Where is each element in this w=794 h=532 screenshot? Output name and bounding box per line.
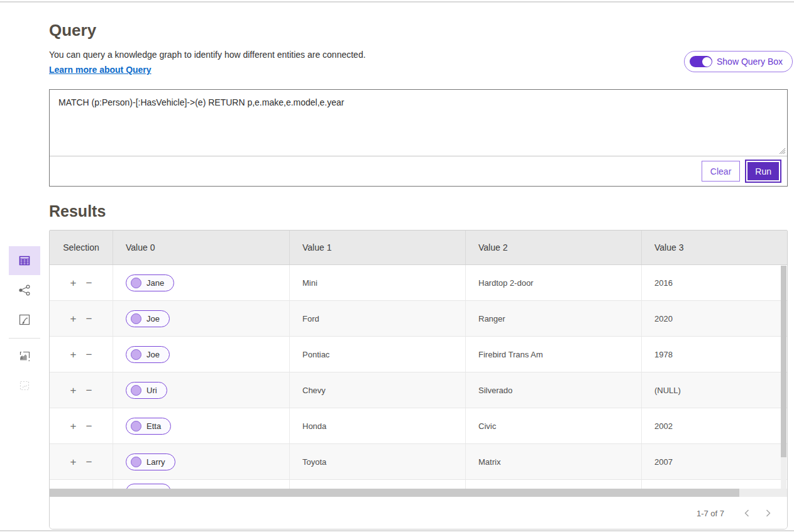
chevron-left-icon bbox=[744, 509, 749, 517]
add-to-map-button[interactable] bbox=[9, 342, 40, 371]
results-title: Results bbox=[49, 202, 106, 220]
table-row: + − Uri Chevy Silverado (NULL) bbox=[50, 372, 787, 408]
cell-value3: (NULL) bbox=[641, 372, 787, 408]
expand-row-button[interactable]: + bbox=[70, 278, 77, 288]
cell-value2: Silverado bbox=[465, 372, 641, 408]
expand-row-button[interactable]: + bbox=[70, 457, 77, 467]
table-row: + − Etta Honda Civic 2002 bbox=[50, 408, 787, 444]
query-actions: Clear Run bbox=[50, 156, 787, 186]
bottom-divider bbox=[0, 530, 794, 531]
toolbar-divider bbox=[9, 338, 40, 339]
expand-row-button[interactable]: + bbox=[70, 385, 77, 396]
expand-row-button[interactable]: + bbox=[70, 349, 77, 360]
results-table-panel: Selection Value 0 Value 1 Value 2 Value … bbox=[49, 230, 788, 529]
toggle-switch-icon[interactable] bbox=[690, 56, 712, 67]
entity-dot-icon bbox=[131, 385, 141, 396]
previous-page-button[interactable] bbox=[741, 507, 753, 519]
cell-value3: 2020 bbox=[641, 301, 787, 336]
page-description: You can query a knowledge graph to ident… bbox=[49, 50, 366, 60]
collapse-row-button[interactable]: − bbox=[86, 421, 92, 432]
clear-button[interactable]: Clear bbox=[702, 161, 740, 182]
cell-value1: Toyota bbox=[289, 444, 465, 479]
cell-value2: Firebird Trans Am bbox=[465, 337, 641, 372]
entity-pill[interactable]: Joe bbox=[126, 310, 170, 327]
collapse-row-button[interactable]: − bbox=[86, 313, 92, 324]
cell-value1: Honda bbox=[289, 408, 465, 443]
toggle-label: Show Query Box bbox=[717, 57, 783, 67]
entity-label: Joe bbox=[146, 314, 160, 323]
table-row: + − Joe Ford Ranger 2020 bbox=[50, 301, 787, 337]
map-icon bbox=[18, 313, 31, 327]
chevron-right-icon bbox=[766, 509, 771, 517]
table-header-row: Selection Value 0 Value 1 Value 2 Value … bbox=[50, 231, 787, 265]
toggle-knob bbox=[702, 57, 712, 67]
entity-label: Joe bbox=[146, 350, 160, 359]
next-page-button[interactable] bbox=[762, 507, 775, 519]
link-chart-icon bbox=[18, 283, 31, 297]
cell-value2: Hardtop 2-door bbox=[465, 265, 641, 300]
query-input[interactable]: MATCH (p:Person)-[:HasVehicle]->(e) RETU… bbox=[50, 90, 787, 156]
entity-pill[interactable] bbox=[126, 484, 171, 489]
vertical-scrollbar-thumb[interactable] bbox=[781, 266, 786, 457]
entity-label: Uri bbox=[146, 386, 157, 395]
entity-dot-icon bbox=[131, 457, 141, 467]
collapse-row-button[interactable]: − bbox=[86, 457, 92, 467]
expand-row-button[interactable]: + bbox=[70, 421, 77, 432]
new-map-icon bbox=[18, 379, 31, 393]
view-toolbar bbox=[9, 246, 40, 401]
entity-dot-icon bbox=[131, 313, 141, 324]
query-text: MATCH (p:Person)-[:HasVehicle]->(e) RETU… bbox=[58, 97, 778, 107]
entity-label: Etta bbox=[146, 421, 161, 431]
table-footer: 1-7 of 7 bbox=[50, 497, 787, 529]
show-query-box-toggle[interactable]: Show Query Box bbox=[684, 51, 793, 72]
entity-pill[interactable]: Joe bbox=[126, 346, 170, 363]
collapse-row-button[interactable]: − bbox=[86, 278, 92, 288]
cell-value3: 2002 bbox=[641, 408, 787, 443]
cell-value3: 1978 bbox=[641, 337, 787, 372]
table-row: + − Joe Pontiac Firebird Trans Am 1978 bbox=[50, 337, 787, 372]
query-box: MATCH (p:Person)-[:HasVehicle]->(e) RETU… bbox=[49, 89, 788, 187]
cell-value2: Civic bbox=[465, 408, 641, 443]
cell-value2: Matrix bbox=[465, 444, 641, 479]
cell-value1: Pontiac bbox=[289, 337, 465, 372]
expand-row-button[interactable]: + bbox=[70, 313, 77, 324]
map-view-button[interactable] bbox=[9, 305, 40, 334]
column-header-value1: Value 1 bbox=[289, 231, 465, 264]
entity-pill[interactable]: Jane bbox=[126, 274, 174, 291]
learn-more-link[interactable]: Learn more about Query bbox=[49, 65, 152, 75]
run-button[interactable]: Run bbox=[746, 161, 780, 182]
entity-pill[interactable]: Larry bbox=[126, 453, 175, 470]
new-map-button bbox=[9, 371, 40, 400]
link-chart-view-button[interactable] bbox=[9, 276, 40, 305]
column-header-value0: Value 0 bbox=[113, 231, 289, 264]
column-header-value3: Value 3 bbox=[641, 231, 787, 264]
vertical-scrollbar[interactable] bbox=[781, 266, 786, 489]
cell-value1: Mini bbox=[289, 265, 465, 300]
table-view-button[interactable] bbox=[9, 246, 40, 275]
collapse-row-button[interactable]: − bbox=[86, 349, 92, 360]
cell-value2: Ranger bbox=[465, 301, 641, 336]
add-to-map-icon bbox=[18, 349, 31, 363]
column-header-value2: Value 2 bbox=[465, 231, 641, 264]
table-row: + − Jane Mini Hardtop 2-door 2016 bbox=[50, 265, 787, 301]
horizontal-scrollbar-thumb[interactable] bbox=[50, 489, 739, 497]
pagination-range-label: 1-7 of 7 bbox=[697, 509, 724, 518]
collapse-row-button[interactable]: − bbox=[86, 385, 92, 396]
cell-value3: 2016 bbox=[641, 265, 787, 300]
table-icon bbox=[18, 254, 31, 268]
entity-label: Jane bbox=[146, 278, 164, 288]
entity-dot-icon bbox=[131, 421, 141, 432]
cell-value3: 2007 bbox=[641, 444, 787, 479]
top-divider bbox=[0, 1, 794, 3]
entity-dot-icon bbox=[131, 349, 141, 360]
table-row: + − Larry Toyota Matrix 2007 bbox=[50, 444, 787, 480]
entity-pill[interactable]: Uri bbox=[126, 382, 167, 399]
horizontal-scrollbar[interactable] bbox=[50, 489, 787, 497]
cell-value1: Chevy bbox=[289, 372, 465, 408]
entity-label: Larry bbox=[146, 457, 165, 467]
resize-handle-icon[interactable] bbox=[777, 146, 786, 155]
entity-dot-icon bbox=[131, 278, 141, 288]
page-title: Query bbox=[49, 21, 96, 40]
entity-pill[interactable]: Etta bbox=[126, 418, 171, 435]
column-header-selection: Selection bbox=[50, 231, 113, 264]
